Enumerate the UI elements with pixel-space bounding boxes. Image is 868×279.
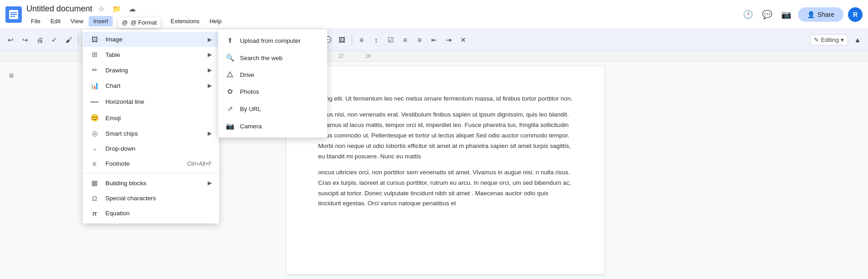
paint-format-button[interactable]: 🖌 — [62, 33, 75, 47]
menu-item-footnote[interactable]: ≡ Footnote Ctrl+Alt+F — [83, 156, 219, 171]
ruler-mark-18: 18 — [354, 54, 381, 59]
checklist-btn[interactable]: ☑ — [384, 33, 398, 47]
submenu-camera[interactable]: 📷 Camera — [218, 117, 327, 135]
emoji-label: Emoji — [105, 115, 212, 122]
horizontal-line-icon: — — [90, 97, 99, 107]
menu-help[interactable]: Help — [205, 16, 226, 26]
doc-paragraph-3: oncus ultricies orci, non porttitor sem … — [318, 167, 573, 209]
title-icons: ☆ 📁 ☁ — [95, 2, 139, 15]
ruler-mark-17: 17 — [328, 54, 354, 59]
menu-insert[interactable]: Insert — [89, 16, 113, 26]
app-icon — [5, 6, 22, 23]
special-characters-icon: Ω — [90, 194, 99, 202]
sidebar-left: ≡ — [0, 62, 23, 279]
menu-item-building-blocks[interactable]: ▦ Building blocks ▶ — [83, 175, 219, 191]
menu-item-table[interactable]: ⊞ Table ▶ — [83, 47, 219, 62]
outline-icon[interactable]: ≡ — [9, 71, 14, 81]
video-icon[interactable]: 📷 — [779, 7, 793, 22]
menu-item-emoji[interactable]: 😊 Emoji — [83, 110, 219, 126]
search-web-label: Search the web — [240, 55, 283, 61]
menu-item-horizontal-line[interactable]: — Horizontal line — [83, 93, 219, 110]
indent-less-btn[interactable]: ⇤ — [428, 33, 441, 47]
separator-1 — [78, 35, 79, 46]
pencil-icon: ✎ — [814, 36, 819, 43]
menu-item-dropdown[interactable]: ⬦ Drop-down — [83, 141, 219, 156]
submenu-photos[interactable]: ✿ Photos — [218, 83, 327, 100]
building-blocks-label: Building blocks — [105, 180, 201, 187]
camera-label: Camera — [240, 123, 262, 130]
menu-view[interactable]: View — [66, 16, 88, 26]
special-characters-label: Special characters — [105, 195, 212, 202]
submenu-drive[interactable]: Drive — [218, 66, 327, 83]
doc-page: scing elit. Ut fermentum leo nec metus o… — [286, 66, 604, 274]
doc-title[interactable]: Untitled document — [26, 4, 92, 14]
menu-item-drawing[interactable]: ✏ Drawing ▶ — [83, 62, 219, 78]
menu-edit[interactable]: Edit — [46, 16, 65, 26]
url-icon: ⇗ — [225, 105, 234, 113]
cloud-icon[interactable]: ☁ — [126, 2, 139, 15]
image-icon: 🖼 — [90, 36, 99, 43]
numbered-list-btn[interactable]: ≡ — [413, 33, 427, 47]
photos-label: Photos — [240, 88, 259, 95]
upload-label: Upload from computer — [240, 37, 301, 44]
editing-badge[interactable]: ✎ Editing ▾ — [810, 34, 848, 46]
doc-paragraph-1: scing elit. Ut fermentum leo nec metus o… — [318, 94, 573, 104]
submenu-by-url[interactable]: ⇗ By URL — [218, 100, 327, 117]
smart-chips-label: Smart chips — [105, 130, 201, 137]
format-label: @ Format — [130, 19, 157, 26]
share-button[interactable]: 👤 Share — [798, 7, 843, 22]
menu-divider-1 — [83, 173, 219, 173]
menu-extensions[interactable]: Extensions — [166, 16, 204, 26]
equation-label: Equation — [105, 210, 212, 217]
folder-icon[interactable]: 📁 — [110, 2, 123, 15]
collapse-toolbar-btn[interactable]: ▲ — [851, 33, 864, 47]
by-url-label: By URL — [240, 106, 261, 112]
undo-button[interactable]: ↩ — [4, 33, 17, 47]
line-spacing-btn[interactable]: ↕ — [369, 33, 383, 47]
drive-icon — [225, 71, 234, 78]
footnote-icon: ≡ — [90, 160, 99, 167]
spell-check-button[interactable]: ✓ — [47, 33, 61, 47]
emoji-icon: 😊 — [90, 114, 99, 122]
menu-item-chart[interactable]: 📊 Chart ▶ — [83, 78, 219, 93]
image-label: Image — [105, 36, 201, 43]
drawing-arrow: ▶ — [208, 67, 212, 73]
building-blocks-icon: ▦ — [90, 179, 99, 187]
image-insert-button[interactable]: 🖼 — [335, 33, 349, 47]
submenu-search-web[interactable]: 🔍 Search the web — [218, 49, 327, 66]
menu-item-special-characters[interactable]: Ω Special characters — [83, 191, 219, 206]
submenu-upload[interactable]: ⬆ Upload from computer — [218, 32, 327, 49]
menu-item-image[interactable]: 🖼 Image ▶ — [83, 32, 219, 47]
svg-rect-4 — [10, 16, 15, 17]
image-submenu: ⬆ Upload from computer 🔍 Search the web … — [218, 29, 327, 137]
menu-file[interactable]: File — [26, 16, 45, 26]
dropdown-label: Drop-down — [105, 145, 212, 152]
dropdown-icon: ⬦ — [90, 145, 99, 152]
chart-arrow: ▶ — [208, 82, 212, 89]
indent-more-btn[interactable]: ⇥ — [442, 33, 456, 47]
history-icon[interactable]: 🕐 — [741, 7, 755, 22]
star-icon[interactable]: ☆ — [95, 2, 108, 15]
insert-menu: 🖼 Image ▶ ⊞ Table ▶ ✏ Drawing ▶ 📊 Chart … — [83, 29, 219, 223]
table-arrow: ▶ — [208, 51, 212, 58]
avatar: R — [848, 7, 863, 22]
table-icon: ⊞ — [90, 51, 99, 59]
redo-button[interactable]: ↪ — [18, 33, 32, 47]
table-label: Table — [105, 51, 201, 58]
photos-icon: ✿ — [225, 87, 234, 96]
bullet-list-btn[interactable]: ≡ — [399, 33, 412, 47]
doc-paragraph-2: natus nisi, non venenatis erat. Vestibul… — [318, 110, 573, 162]
align-btn[interactable]: ≡ — [355, 33, 369, 47]
chart-label: Chart — [105, 82, 201, 89]
share-label: Share — [818, 11, 834, 18]
drawing-icon: ✏ — [90, 66, 99, 74]
svg-rect-3 — [10, 14, 17, 15]
comment-icon[interactable]: 💬 — [760, 7, 774, 22]
print-button[interactable]: 🖨 — [33, 33, 46, 47]
footnote-shortcut: Ctrl+Alt+F — [187, 161, 212, 167]
clear-format-btn[interactable]: ✕ — [457, 33, 470, 47]
menu-item-smart-chips[interactable]: ◎ Smart chips ▶ — [83, 126, 219, 141]
editing-label: Editing — [821, 36, 839, 43]
share-icon: 👤 — [807, 11, 815, 18]
menu-item-equation[interactable]: π Equation — [83, 206, 219, 221]
